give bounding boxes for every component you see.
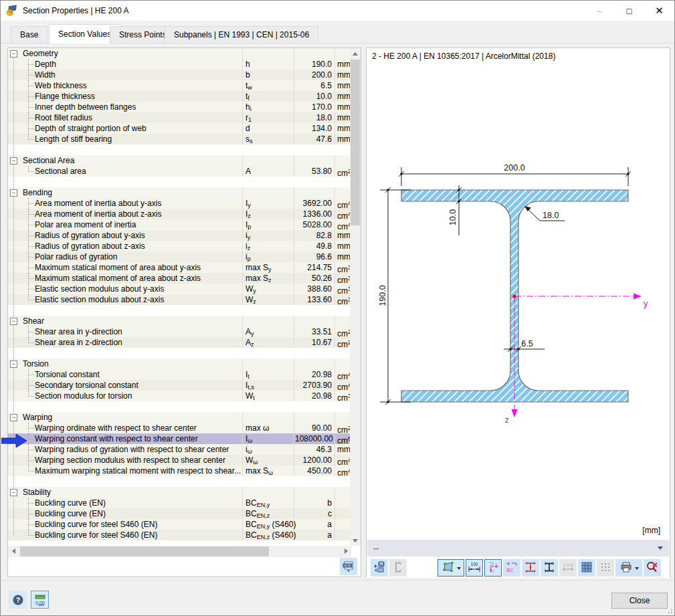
svg-text:SC: SC [506, 567, 514, 573]
row-unit: mm [337, 241, 351, 251]
horizontal-scrollbar[interactable] [8, 546, 351, 557]
collapse-icon[interactable]: − [10, 318, 17, 325]
collapse-icon[interactable]: − [10, 414, 17, 421]
table-row[interactable]: Root fillet radiusr118.0mm [8, 112, 351, 123]
table-row[interactable]: Polar radius of gyrationip96.6mm [8, 251, 351, 262]
table-row[interactable]: Web thicknesstw6.5mm [8, 80, 351, 91]
table-row[interactable]: Secondary torsional constantIt,s2703.90c… [8, 380, 351, 391]
tab-subpanels[interactable]: Subpanels | EN 1993 | CEN | 2015-06 [165, 26, 318, 43]
stress-points-button[interactable] [522, 559, 539, 577]
table-row[interactable]: Widthb200.0mm [8, 70, 351, 80]
table-group-row[interactable]: −Stability [8, 487, 351, 498]
axes-button[interactable]: yz [484, 559, 502, 577]
resize-grip[interactable] [666, 607, 672, 613]
row-label: Radius of gyration about y-axis [35, 230, 145, 241]
table-row[interactable]: Area moment of inertia about z-axisIz133… [8, 209, 351, 219]
collapse-icon[interactable]: − [10, 157, 17, 165]
row-value: 5028.00 [295, 219, 332, 230]
table-row[interactable]: Shear area in y-directionAy33.51cm2 [8, 326, 351, 337]
minimize-button[interactable]: – [584, 1, 614, 21]
table-row[interactable]: Buckling curve for steel S460 (EN)BCEN,y… [8, 519, 351, 530]
tab-base[interactable]: Base [11, 26, 47, 43]
row-value: 1336.00 [295, 209, 332, 219]
dimensions-button[interactable]: 100 [466, 559, 483, 577]
table-row[interactable]: Depth of straight portion of webd134.0mm [8, 123, 351, 134]
print-button[interactable] [615, 559, 642, 577]
table-row[interactable]: Section modulus for torsionWt20.98cm3 [8, 391, 351, 401]
shear-center-button[interactable]: SC [503, 559, 520, 577]
vertical-scrollbar[interactable] [350, 48, 361, 546]
table-row[interactable]: Warping radius of gyration with respect … [8, 444, 351, 455]
table-row[interactable]: Maximum statical moment of area about z-… [8, 273, 351, 284]
row-value: a [295, 530, 332, 540]
table-group-row[interactable]: −Sectional Area [8, 155, 351, 166]
table-row[interactable]: Maximum statical moment of area about y-… [8, 262, 351, 273]
help-button[interactable]: ? [9, 591, 27, 609]
table-row[interactable]: Warping constant with respect to shear c… [8, 433, 351, 444]
table-row[interactable]: Depthh190.0mm [8, 59, 351, 70]
group-title: Shear [23, 316, 44, 326]
units-ruler-icon: 0,00 [33, 593, 47, 607]
units-settings-button[interactable]: 0,00 [31, 591, 49, 609]
row-label: Buckling curve for steel S460 (EN) [35, 530, 157, 540]
table-row[interactable]: Polar area moment of inertiaIp5028.00cm4 [8, 219, 351, 230]
scroll-left-icon[interactable] [8, 546, 19, 556]
collapse-icon[interactable]: − [10, 50, 17, 58]
table-row[interactable]: Shear area in z-directionAz10.67cm2 [8, 337, 351, 348]
scroll-up-icon[interactable] [350, 48, 361, 59]
chevron-down-icon[interactable] [635, 567, 639, 572]
row-value: a [295, 519, 332, 530]
table-group-row[interactable]: −Shear [8, 316, 351, 326]
table-row[interactable]: Buckling curve for steel S460 (EN)BCEN,z… [8, 530, 351, 540]
row-label: Polar area moment of inertia [35, 219, 136, 230]
row-value: 90.00 [295, 423, 332, 433]
row-unit: mm [337, 80, 351, 91]
collapse-icon[interactable]: − [10, 189, 17, 197]
row-label: Elastic section modulus about y-axis [35, 284, 164, 294]
grid-button[interactable] [578, 559, 595, 577]
result-table-button[interactable] [340, 558, 357, 575]
table-row[interactable]: Radius of gyration about z-axisiz49.8mm [8, 241, 351, 251]
table-row[interactable]: Radius of gyration about y-axisiy82.8mm [8, 230, 351, 241]
table-row[interactable]: Warping ordinate with respect to shear c… [8, 423, 351, 433]
zoom-reset-button[interactable] [644, 559, 661, 577]
scroll-down-icon[interactable] [350, 535, 361, 546]
chevron-down-icon[interactable] [457, 567, 461, 572]
table-row[interactable]: Buckling curve (EN)BCEN,yb [8, 498, 351, 508]
collapse-icon[interactable]: − [10, 489, 17, 496]
table-row[interactable]: Inner depth between flangeshi170.0mm [8, 102, 351, 112]
export-section-button[interactable] [371, 559, 388, 577]
row-symbol: BCEN,z (S460) [246, 530, 292, 542]
table-row[interactable]: Elastic section modulus about y-axisWy38… [8, 284, 351, 294]
table-group-row[interactable]: −Warping [8, 412, 351, 423]
table-group-row[interactable]: −Torsion [8, 358, 351, 369]
table-row[interactable]: Length of stiff bearingss47.6mm [8, 134, 351, 144]
table-group-row[interactable]: −Geometry [8, 48, 351, 59]
row-value: 108000.00 [295, 433, 332, 444]
stress-point-combobox[interactable]: -- [367, 540, 669, 556]
section-outline-button[interactable] [541, 559, 558, 577]
table-row[interactable]: Warping section modulus with respect to … [8, 455, 351, 466]
row-symbol: d [246, 123, 292, 134]
table-row[interactable]: Elastic section modulus about z-axisWz13… [8, 294, 351, 305]
table-row[interactable]: Buckling curve (EN)BCEN,zc [8, 508, 351, 519]
row-symbol: b [246, 70, 292, 80]
table-row[interactable]: Flange thicknesstf10.0mm [8, 91, 351, 102]
title-bar[interactable]: Section Properties | HE 200 A – □ ✕ [1, 1, 674, 21]
table-row[interactable]: Maximum warping statical moment with res… [8, 466, 351, 476]
maximize-button[interactable]: □ [614, 1, 644, 21]
scroll-right-icon[interactable] [341, 546, 351, 556]
render-mode-button[interactable] [438, 559, 464, 577]
horizontal-scroll-thumb[interactable] [20, 546, 269, 556]
export-section-icon [373, 560, 386, 576]
row-value: 10.0 [295, 91, 332, 102]
table-row[interactable]: Sectional areaA53.80cm2 [8, 166, 351, 177]
vertical-scroll-thumb[interactable] [351, 60, 360, 225]
table-row[interactable]: Area moment of inertia about y-axisIy369… [8, 198, 351, 209]
close-button[interactable]: Close [611, 593, 668, 609]
table-group-row[interactable]: −Bending [8, 187, 351, 198]
collapse-icon[interactable]: − [10, 361, 17, 368]
window-close-button[interactable]: ✕ [644, 1, 674, 21]
table-row[interactable]: Torsional constantIt20.98cm4 [8, 369, 351, 380]
row-value: 20.98 [295, 391, 332, 401]
